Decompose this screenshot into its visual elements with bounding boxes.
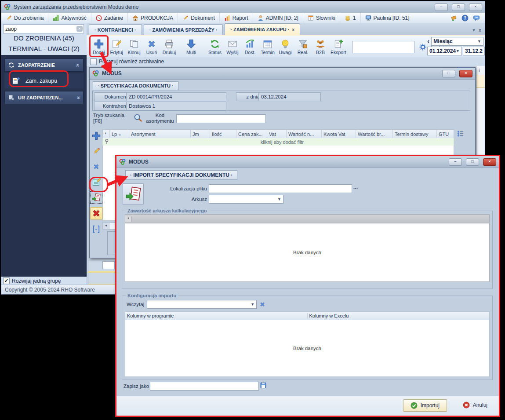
edit-row-button[interactable] — [91, 146, 102, 157]
save-config-icon[interactable] — [260, 382, 267, 391]
sidebar-item-zam-zakupu[interactable]: Zam. zakupu — [4, 73, 84, 88]
uwagi-button[interactable]: Uwagi — [276, 38, 294, 56]
dialog2-close-button[interactable]: × — [483, 158, 496, 166]
archive-checkbox[interactable] — [90, 58, 97, 65]
menu-do-zrobienia[interactable]: Do zrobienia — [1, 13, 48, 23]
dialog1-close-button[interactable]: × — [459, 70, 472, 77]
tab-zamowienia-sprzedazy[interactable]: · ZAMÓWIENIA SPRZEDAŻY · — [144, 24, 223, 35]
grid-col-cena[interactable]: Cena zak... — [236, 130, 267, 139]
archive-filter-row: Pokazuj również archiwalne — [87, 57, 485, 66]
menu-produkcja[interactable]: PRODUKCJA — [128, 13, 178, 23]
menu-raport[interactable]: Raport — [220, 13, 253, 23]
todo-counter[interactable]: DO ZROBIENIA (45) — [1, 34, 87, 42]
edit-spec-button[interactable] — [91, 176, 102, 188]
menu-stanowisko[interactable]: Paulina [ID: 51] — [361, 13, 414, 23]
b2b-button[interactable]: B2B — [312, 38, 329, 56]
menu-zadanie[interactable]: Zadanie — [91, 13, 128, 23]
expand-group-checkbox[interactable]: ✓ — [3, 278, 10, 284]
grid-filter-row[interactable]: kliknij aby dodać filtr — [102, 138, 454, 146]
multi-button[interactable]: Multi — [182, 38, 200, 56]
real-button[interactable]: Real. — [294, 38, 312, 56]
menu-dokument[interactable]: Dokument — [178, 13, 220, 23]
import-file-button[interactable] — [123, 183, 144, 205]
column-chooser-icon[interactable] — [457, 130, 464, 139]
menu-slowniki[interactable]: Słowniki — [303, 13, 340, 23]
importuj-button[interactable]: Importuj — [403, 399, 447, 412]
close-button[interactable]: × — [469, 4, 482, 11]
col-excelu-header[interactable]: Kolumny w Excelu — [308, 313, 490, 318]
date-to-field[interactable]: 31.12.2 — [463, 47, 485, 55]
tabstrip-close-icon[interactable]: x — [479, 27, 481, 33]
chevron-double-up-icon[interactable]: « — [75, 63, 81, 66]
gear-icon[interactable] — [417, 43, 429, 51]
tab-kontrahenci[interactable]: · KONTRAHENCI · — [89, 24, 142, 35]
clear-config-icon[interactable] — [259, 301, 265, 307]
termin-button[interactable]: Termin — [259, 38, 276, 56]
edytuj-button[interactable]: Edytuj — [108, 38, 125, 56]
anuluj-button[interactable]: Anuluj — [458, 399, 492, 411]
skin-picker-icon[interactable] — [448, 14, 459, 22]
quick-filter-input[interactable] — [352, 41, 414, 53]
select-range-button[interactable] — [91, 223, 102, 235]
delete-icon — [147, 39, 156, 49]
delete-row-button[interactable] — [91, 161, 102, 172]
import-spec-button[interactable] — [91, 192, 102, 203]
delete-x-icon — [93, 163, 100, 170]
klonuj-button[interactable]: Klonuj — [125, 38, 143, 56]
grid-col-termin[interactable]: Termin dostawy — [393, 130, 437, 139]
chevron-double-down-icon[interactable]: « — [75, 96, 81, 99]
grid-col-wartosc-br[interactable]: Wartość br... — [356, 130, 393, 139]
dialog1-maximize-button[interactable]: □ — [442, 70, 455, 77]
maximize-button[interactable]: □ — [452, 4, 465, 11]
add-row-button[interactable] — [91, 130, 102, 142]
messages-icon[interactable] — [471, 14, 482, 22]
dialog2-maximize-button[interactable]: □ — [466, 158, 479, 166]
usun-button[interactable]: Usuń — [143, 38, 160, 56]
status-button[interactable]: Status — [206, 38, 224, 56]
browse-file-button[interactable]: … — [352, 184, 359, 191]
menu-waluta[interactable]: 1 — [340, 13, 361, 23]
wyslij-button[interactable]: Wyślij — [224, 38, 241, 56]
grid-col-asortyment[interactable]: Asortyment — [129, 130, 191, 139]
grid-col-kwota-vat[interactable]: Kwota Vat — [322, 130, 356, 139]
archive-label: Pokazuj również archiwalne — [99, 58, 164, 65]
grid-col-jm[interactable]: Jm — [191, 130, 210, 139]
prev-period-icon[interactable]: ‹ — [427, 37, 429, 45]
period-select[interactable]: Miesiąc▼ — [431, 37, 483, 46]
menu-admin[interactable]: ADMIN [ID: 2] — [253, 13, 303, 23]
menu-aktywnosc[interactable]: Aktywność — [48, 13, 91, 23]
save-as-input[interactable] — [150, 382, 259, 391]
dost-button[interactable]: Dost. — [241, 38, 259, 56]
app-logo-icon — [4, 4, 11, 11]
tab-overflow-icon[interactable]: ▾ — [472, 27, 475, 33]
mapping-body[interactable]: Brak danych — [125, 320, 490, 377]
dialog2-minimize-button[interactable]: – — [449, 158, 462, 166]
grid-col-ilosc[interactable]: Ilość — [210, 130, 236, 139]
date-from-field[interactable]: 01.12.2024▼ — [427, 47, 462, 55]
tab-close-icon[interactable]: x — [292, 27, 294, 32]
dodaj-button[interactable]: Dodaj — [90, 38, 108, 56]
help-icon[interactable] — [459, 14, 471, 22]
col-programie-header[interactable]: Kolumny w programie — [125, 313, 308, 318]
sidebar-search-input[interactable] — [4, 26, 76, 32]
drukuj-button[interactable]: Drukuj — [160, 38, 178, 56]
load-config-select[interactable]: ▼ — [147, 300, 257, 309]
grid-col-gtu[interactable]: GTU — [437, 130, 454, 139]
eksport-button[interactable]: Eksport — [329, 38, 348, 56]
minimize-button[interactable]: – — [435, 4, 448, 11]
sheet-grid-body[interactable]: Brak danych — [125, 223, 490, 282]
terminal-counter[interactable]: TERMINAL - UWAGI (2) — [1, 45, 87, 52]
scroll-left-icon[interactable]: ◂ — [103, 223, 109, 229]
grid-col-lp[interactable]: Lp ▲ — [110, 130, 129, 139]
sheet-select[interactable]: ▼ — [209, 195, 283, 204]
file-location-input[interactable] — [209, 184, 352, 193]
tab-zamowienia-zakupu[interactable]: · ZAMÓWIENIA ZAKUPU ·x — [225, 23, 300, 35]
sidebar-group-ur-zaopatrzenie[interactable]: UR ZAOPATRZEN... « — [4, 91, 84, 104]
clear-search-icon[interactable]: × — [76, 26, 83, 32]
kod-asortymentu-input[interactable] — [176, 114, 266, 123]
grid-col-vat[interactable]: Vat — [267, 130, 287, 139]
cancel-spec-button[interactable] — [90, 207, 102, 219]
grid-col-star[interactable]: * — [103, 130, 110, 139]
sidebar-group-zaopatrzenie[interactable]: ZAOPATRZENIE « — [4, 58, 84, 72]
grid-col-wartosc-n[interactable]: Wartość n... — [287, 130, 322, 139]
